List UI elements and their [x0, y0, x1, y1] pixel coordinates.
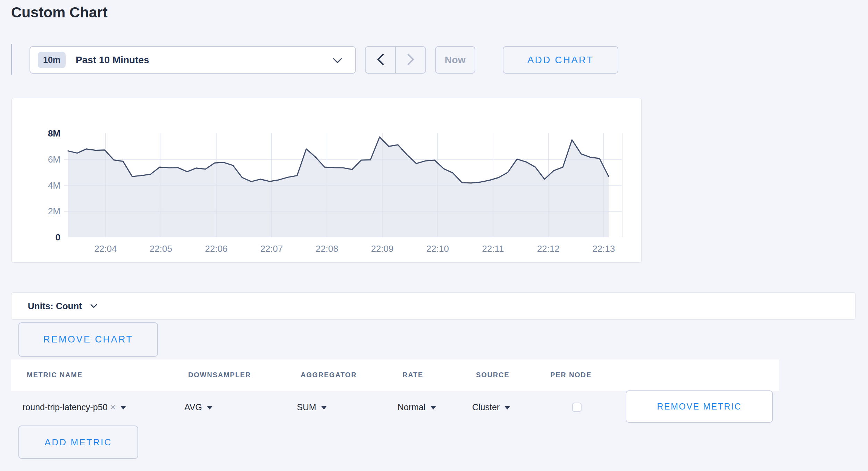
remove-metric-button[interactable]: REMOVE METRIC [626, 390, 773, 423]
chart-card: 02M4M6M8M22:0422:0522:0622:0722:0822:092… [11, 98, 642, 263]
now-button[interactable]: Now [435, 46, 475, 74]
y-axis-tick-label: 8M [48, 128, 60, 139]
per-node-checkbox[interactable] [572, 403, 582, 412]
aggregator-select[interactable]: SUM [297, 399, 327, 415]
caret-down-icon [431, 406, 436, 410]
remove-chart-button[interactable]: REMOVE CHART [18, 322, 158, 357]
toolbar-divider [11, 44, 12, 75]
caret-down-icon [504, 406, 510, 410]
rate-value: Normal [398, 402, 426, 412]
y-axis-tick-label: 6M [48, 154, 60, 165]
next-interval-button[interactable] [395, 47, 425, 73]
column-header-downsampler: DOWNSAMPLER [188, 371, 251, 379]
metrics-table-header: METRIC NAME DOWNSAMPLER AGGREGATOR RATE … [11, 360, 779, 391]
x-axis-tick-label: 22:13 [592, 243, 615, 254]
column-header-per-node: PER NODE [550, 371, 592, 379]
rate-select[interactable]: Normal [398, 399, 436, 415]
column-header-source: SOURCE [476, 371, 509, 379]
y-axis-tick-label: 2M [48, 206, 60, 216]
caret-down-icon [207, 406, 212, 410]
caret-down-icon [321, 406, 327, 410]
column-header-rate: RATE [402, 371, 423, 379]
x-axis-tick-label: 22:11 [482, 243, 504, 254]
x-axis-tick-label: 22:12 [537, 243, 560, 254]
time-range-badge: 10m [38, 52, 66, 68]
x-axis-tick-label: 22:04 [94, 243, 117, 254]
x-axis-tick-label: 22:10 [426, 243, 449, 254]
remove-tag-icon[interactable]: × [110, 402, 116, 413]
x-axis-tick-label: 22:05 [150, 243, 172, 254]
column-header-aggregator: AGGREGATOR [301, 371, 357, 379]
chevron-down-icon [333, 58, 342, 65]
time-navigation-group [365, 46, 426, 74]
chevron-right-icon [407, 53, 415, 66]
units-dropdown[interactable]: Units: Count [11, 292, 856, 320]
prev-interval-button[interactable] [366, 47, 395, 73]
chevron-down-icon [90, 304, 97, 310]
metric-name-value: round-trip-latency-p50 [23, 402, 108, 412]
x-axis-tick-label: 22:07 [260, 243, 283, 254]
chevron-left-icon [376, 53, 385, 66]
source-value: Cluster [472, 402, 500, 412]
aggregator-value: SUM [297, 402, 316, 412]
x-axis-tick-label: 22:08 [316, 243, 338, 254]
page-title: Custom Chart [11, 4, 108, 21]
add-chart-button[interactable]: ADD CHART [503, 46, 618, 74]
add-metric-button[interactable]: ADD METRIC [18, 425, 138, 459]
metric-area-chart[interactable]: 02M4M6M8M22:0422:0522:0622:0722:0822:092… [12, 98, 642, 263]
units-dropdown-label: Units: Count [28, 301, 82, 312]
column-header-metric-name: METRIC NAME [27, 371, 83, 379]
downsampler-value: AVG [184, 402, 202, 412]
x-axis-tick-label: 22:09 [371, 243, 393, 254]
y-axis-tick-label: 0 [56, 232, 60, 242]
time-range-dropdown[interactable]: 10m Past 10 Minutes [30, 46, 356, 74]
y-axis-tick-label: 4M [48, 180, 60, 191]
source-select[interactable]: Cluster [472, 399, 510, 415]
downsampler-select[interactable]: AVG [184, 399, 212, 415]
time-range-label: Past 10 Minutes [76, 55, 149, 66]
metric-name-select[interactable]: round-trip-latency-p50 × [23, 399, 126, 415]
x-axis-tick-label: 22:06 [205, 243, 227, 254]
caret-down-icon [120, 406, 126, 410]
